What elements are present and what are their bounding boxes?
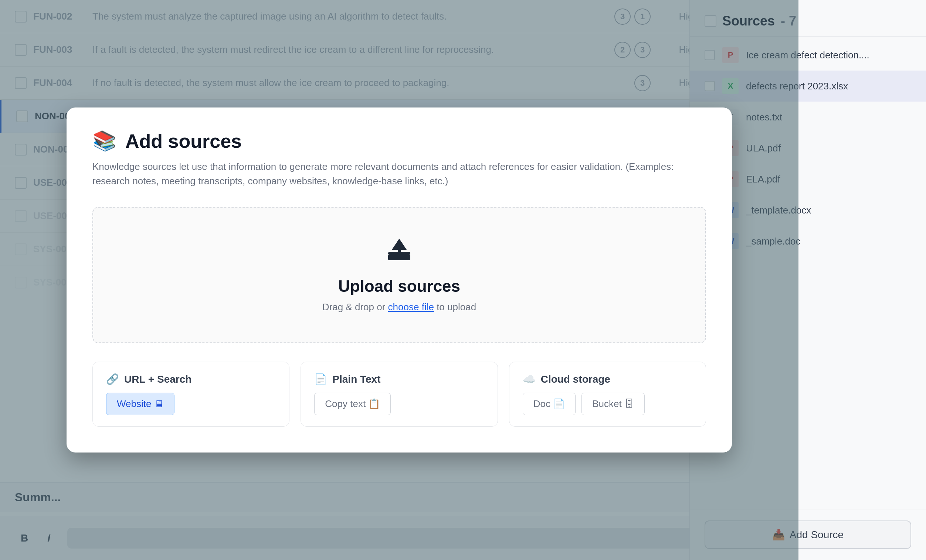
modal-header: 📚 Add sources <box>92 130 706 152</box>
copy-text-button[interactable]: Copy text 📋 <box>314 392 391 415</box>
upload-icon <box>108 237 690 268</box>
doc-button[interactable]: Doc 📄 <box>523 392 576 415</box>
cloud-buttons: Doc 📄 Bucket 🗄 <box>523 392 692 415</box>
modal-description: Knowledge sources let use that informati… <box>92 160 706 189</box>
upload-subtitle-post: to upload <box>434 302 476 312</box>
document-icon: 📄 <box>314 373 327 385</box>
option-label: URL + Search <box>124 373 192 385</box>
cloud-icon: ☁️ <box>523 373 536 385</box>
option-header: 🔗 URL + Search <box>106 373 276 385</box>
svg-rect-1 <box>388 255 410 260</box>
choose-file-link[interactable]: choose file <box>388 302 434 312</box>
option-label: Cloud storage <box>541 373 610 385</box>
option-url-search: 🔗 URL + Search Website 🖥 <box>92 362 289 427</box>
modal-header-icon: 📚 <box>92 130 117 152</box>
modal-title: Add sources <box>125 130 242 152</box>
website-button[interactable]: Website 🖥 <box>106 392 174 415</box>
svg-marker-2 <box>392 238 407 250</box>
option-cloud-storage: ☁️ Cloud storage Doc 📄 Bucket 🗄 <box>509 362 706 427</box>
upload-area[interactable]: Upload sources Drag & drop or choose fil… <box>92 207 706 343</box>
upload-subtitle: Drag & drop or choose file to upload <box>108 302 690 313</box>
upload-title: Upload sources <box>108 277 690 296</box>
add-sources-modal: 📚 Add sources Knowledge sources let use … <box>67 107 732 453</box>
modal-options: 🔗 URL + Search Website 🖥 📄 Plain Text Co… <box>92 362 706 427</box>
option-header: ☁️ Cloud storage <box>523 373 692 385</box>
main-content: FUN-002 The system must analyze the capt… <box>0 0 799 560</box>
option-plain-text: 📄 Plain Text Copy text 📋 <box>301 362 498 427</box>
option-header: 📄 Plain Text <box>314 373 484 385</box>
modal-overlay[interactable]: 📚 Add sources Knowledge sources let use … <box>0 0 799 560</box>
option-label: Plain Text <box>332 373 380 385</box>
link-icon: 🔗 <box>106 373 119 385</box>
svg-rect-3 <box>398 250 401 254</box>
upload-subtitle-pre: Drag & drop or <box>322 302 388 312</box>
bucket-button[interactable]: Bucket 🗄 <box>581 392 645 415</box>
